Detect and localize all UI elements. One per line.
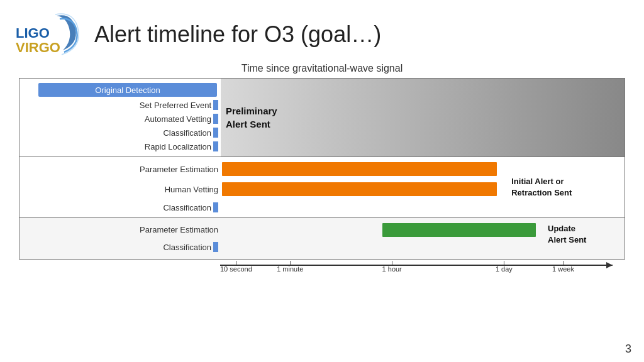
timeline: Original Detection Set Preferred Event A… bbox=[19, 78, 625, 278]
header: LIGO VIRGO Alert timeline for O3 (goal…) bbox=[0, 0, 644, 63]
label-classification-1: Classification bbox=[19, 126, 221, 140]
label-human-vetting: Human Vetting bbox=[19, 180, 221, 198]
tick-line-1day bbox=[504, 261, 504, 265]
label-automated-vetting: Automated Vetting bbox=[19, 112, 221, 126]
tick-line-10sec bbox=[236, 261, 236, 265]
tick-line-1hr bbox=[392, 261, 392, 265]
tick-1min: 1 minute bbox=[277, 261, 303, 273]
x-axis-spacer bbox=[19, 261, 220, 278]
tick-10sec: 10 second bbox=[220, 261, 252, 273]
label-classification-2: Classification bbox=[19, 200, 221, 214]
prelim-alert-label: Preliminary Alert Sent bbox=[226, 104, 277, 131]
update-labels: Parameter Estimation Classification bbox=[19, 218, 221, 259]
tick-line-1min bbox=[290, 261, 291, 265]
svg-text:LIGO: LIGO bbox=[16, 25, 50, 41]
label-classification-3: Classification bbox=[19, 240, 221, 254]
section-preliminary: Original Detection Set Preferred Event A… bbox=[19, 79, 625, 157]
bar-param-est-2 bbox=[382, 223, 536, 237]
small-bar-3 bbox=[213, 128, 218, 138]
bar-human-vetting bbox=[222, 182, 497, 196]
small-bar-6 bbox=[213, 242, 218, 252]
tick-label-1hr: 1 hour bbox=[382, 265, 402, 273]
bar-param-est-1 bbox=[222, 162, 497, 176]
page-title: Alert timeline for O3 (goal…) bbox=[94, 21, 381, 48]
tick-label-1min: 1 minute bbox=[277, 265, 303, 273]
initial-content: Initial Alert or Retraction Sent bbox=[221, 157, 625, 217]
small-bar-2 bbox=[213, 114, 218, 124]
subtitle: Time since gravitational-wave signal bbox=[19, 63, 625, 74]
small-bar-5 bbox=[213, 202, 218, 212]
x-axis-line-area: 10 second 1 minute 1 hour 1 day bbox=[220, 261, 625, 278]
initial-labels: Parameter Estimation Human Vetting Class… bbox=[19, 157, 221, 217]
x-axis-arrowhead bbox=[606, 262, 613, 268]
label-rapid-localization: Rapid Localization bbox=[19, 140, 221, 153]
label-original-detection: Original Detection bbox=[38, 83, 217, 97]
initial-alert-label: Initial Alert or Retraction Sent bbox=[511, 176, 637, 199]
tick-line-1week bbox=[563, 261, 564, 265]
prelim-labels: Original Detection Set Preferred Event A… bbox=[19, 79, 221, 156]
tick-1week: 1 week bbox=[552, 261, 574, 273]
tick-label-10sec: 10 second bbox=[220, 265, 252, 273]
tick-1day: 1 day bbox=[496, 261, 513, 273]
section-initial: Parameter Estimation Human Vetting Class… bbox=[19, 157, 625, 218]
logo: LIGO VIRGO bbox=[13, 9, 82, 60]
page-number: 3 bbox=[625, 343, 631, 356]
tick-1hr: 1 hour bbox=[382, 261, 402, 273]
update-content: Update Alert Sent bbox=[221, 218, 625, 259]
update-alert-label: Update Alert Sent bbox=[548, 223, 586, 246]
timeline-bottom-border bbox=[19, 259, 625, 260]
label-param-est-2: Parameter Estimation bbox=[19, 221, 221, 238]
section-update: Parameter Estimation Classification Upda… bbox=[19, 218, 625, 259]
tick-label-1day: 1 day bbox=[496, 265, 513, 273]
x-axis: 10 second 1 minute 1 hour 1 day bbox=[19, 261, 625, 278]
tick-label-1week: 1 week bbox=[552, 265, 574, 273]
svg-text:VIRGO: VIRGO bbox=[16, 40, 60, 55]
prelim-content: Preliminary Alert Sent bbox=[221, 79, 625, 156]
label-set-preferred-event: Set Preferred Event bbox=[19, 98, 221, 112]
small-bar-1 bbox=[213, 100, 218, 110]
small-bar-4 bbox=[213, 141, 218, 151]
label-param-est-1: Parameter Estimation bbox=[19, 160, 221, 178]
main-content: Time since gravitational-wave signal Ori… bbox=[0, 63, 644, 278]
